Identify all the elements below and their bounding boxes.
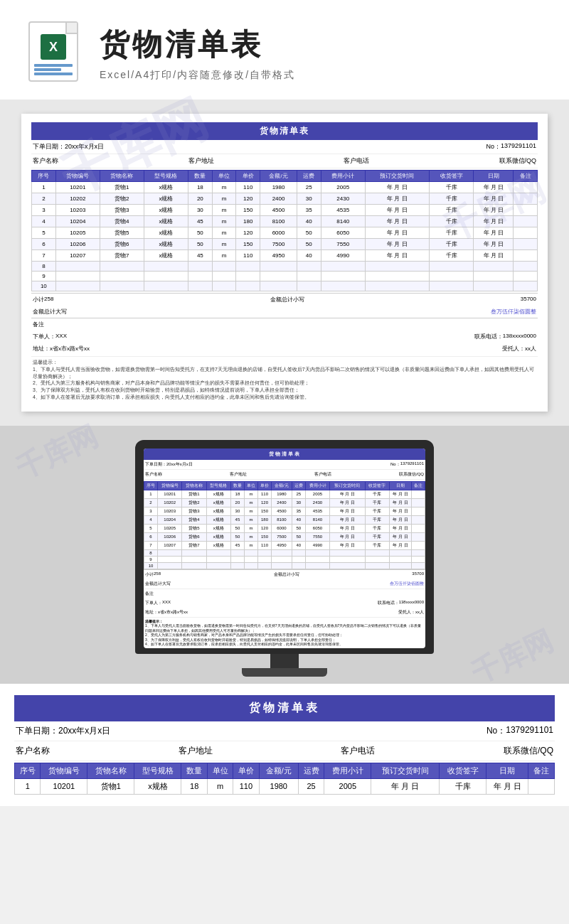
doc-notes-1: 温馨提示： 1、下单人与受托人需当面验收货物，如需退换货物需第一时间告知受托方，…	[31, 356, 538, 403]
table-cell	[365, 549, 389, 556]
table-cell: 年 月 日	[389, 541, 411, 549]
sign-sender-label: 下单人：	[33, 333, 55, 340]
sign-receiver-label: 受托人：	[502, 345, 525, 353]
table-cell: 8	[144, 549, 158, 556]
table-header: 费用小计	[324, 763, 371, 778]
table-cell: 1980	[272, 490, 292, 498]
table-header: 备注	[514, 171, 538, 182]
table-header: 货物名称	[87, 763, 134, 778]
bottom-no-label: No：	[486, 725, 506, 737]
table-cell	[144, 262, 188, 272]
table-cell: m	[212, 239, 236, 250]
table-cell: 1	[144, 490, 158, 498]
watermark4: 千库网	[465, 621, 559, 693]
sign-phone-value: 138xxxx0000	[503, 333, 536, 340]
table-cell: 年 月 日	[389, 507, 411, 515]
note-item: 4、如下单人在签署后无故要求取消订单，应承担相应损失，向受托人支付相应的违约金，…	[145, 642, 424, 647]
table-cell	[411, 515, 425, 524]
table-cell: 年 月 日	[486, 778, 528, 794]
table-cell	[411, 524, 425, 532]
table-cell: 8100	[260, 216, 297, 227]
table-cell: 50	[230, 524, 244, 532]
sub-title: Excel/A4打印/内容随意修改/自带格式	[100, 69, 541, 82]
table-cell: 110	[233, 778, 259, 794]
table-cell: 货物1	[100, 182, 144, 193]
bottom-customer-row: 客户名称 客户地址 客户电话 联系微信/QQ	[14, 741, 555, 761]
preview-section: 千库网 千库网 货物清单表 下单日期： 20xx年x月x日 No： 137929…	[0, 100, 569, 426]
table-cell: 千库	[365, 532, 389, 541]
contact-label: 联系微信/QQ	[499, 156, 537, 166]
table-cell	[330, 556, 366, 562]
table-cell: 110	[257, 490, 271, 498]
table-cell: 千库	[430, 216, 474, 227]
table-cell: 10203	[55, 205, 100, 216]
table-cell: 年 月 日	[330, 541, 366, 549]
table-row: 710207货物7x规格45m1104950404990年 月 日千库年 月 日	[32, 250, 538, 262]
table-cell	[474, 262, 514, 272]
table-cell	[389, 562, 411, 569]
table-cell: 150	[236, 205, 260, 216]
table-cell	[257, 556, 271, 562]
table-cell: 货物1	[182, 490, 206, 498]
table-cell: 30	[230, 507, 244, 515]
table-cell: 千库	[365, 541, 389, 549]
sign-phone-label: 联系电话：	[474, 333, 503, 340]
table-header: 数量	[188, 171, 212, 182]
doc-customer-row-1: 客户名称 客户地址 客户电话 联系微信/QQ	[31, 154, 538, 168]
table-cell: 50	[188, 227, 212, 239]
table-cell: m	[212, 250, 236, 262]
table-cell: 150	[257, 507, 271, 515]
table-header: 运费	[298, 763, 324, 778]
doc-header-1: 货物清单表	[31, 122, 538, 140]
table-cell: 千库	[365, 498, 389, 507]
monitor-footer: 小计 258 金额总计小写 35700	[144, 569, 425, 579]
table-cell: m	[212, 227, 236, 239]
table-cell: 年 月 日	[330, 498, 366, 507]
table-cell	[430, 272, 474, 281]
table-cell: m	[212, 182, 236, 193]
table-cell: 25	[292, 490, 305, 498]
table-header: 序号	[15, 763, 41, 778]
table-cell	[514, 193, 538, 205]
table-cell: 1	[32, 182, 56, 193]
table-cell	[411, 562, 425, 569]
table-cell: 2	[144, 498, 158, 507]
table-header: 运费	[292, 481, 305, 490]
table-cell: 7500	[272, 532, 292, 541]
table-cell: m	[244, 532, 257, 541]
table-header: 数量	[230, 481, 244, 490]
table-cell: 10203	[158, 507, 182, 515]
table-cell: 货物7	[100, 250, 144, 262]
monitor-info-row: 下单日期： 20xx年x月x日 No： 1379291101	[144, 460, 425, 470]
table-cell: 年 月 日	[371, 778, 440, 794]
table-cell: 18	[181, 778, 207, 794]
table-row: 210202货物2x规格20m1202400302430年 月 日千库年 月 日	[144, 498, 425, 507]
table-cell: 50	[292, 524, 305, 532]
table-row: 410204货物4x规格45m1808100408140年 月 日千库年 月 日	[32, 216, 538, 227]
doc-sign-row-1: 下单人： XXX 联系电话： 138xxxx0000	[31, 331, 538, 343]
table-cell: 年 月 日	[330, 532, 366, 541]
table-cell: 7550	[321, 239, 365, 250]
table-cell	[260, 272, 297, 281]
monitor-base	[242, 668, 327, 677]
table-header: 运费	[297, 171, 321, 182]
bottom-section: 货物清单表 下单日期： 20xx年x月x日 No： 1379291101 客户名…	[0, 684, 569, 806]
monitor-screen: 货物清单表 下单日期： 20xx年x月x日 No： 1379291101 客户名…	[144, 448, 425, 648]
table-cell: 千库	[365, 524, 389, 532]
amount-total-small-value: 35700	[521, 296, 536, 303]
table-cell: 25	[297, 182, 321, 193]
table-cell	[365, 262, 429, 272]
table-cell: 货物1	[87, 778, 134, 794]
table-cell: 1	[15, 778, 41, 794]
table-cell	[236, 281, 260, 291]
table-cell: 10205	[55, 227, 100, 239]
table-cell	[365, 272, 429, 281]
table-row: 210202货物2x规格20m1202400302430年 月 日千库年 月 日	[32, 193, 538, 205]
table-cell	[212, 272, 236, 281]
table-cell: 年 月 日	[365, 205, 429, 216]
table-cell	[230, 549, 244, 556]
subtotal-qty: 258	[44, 296, 53, 303]
table-cell: 1980	[260, 182, 297, 193]
table-row: 610206货物6x规格50m1507500507550年 月 日千库年 月 日	[32, 239, 538, 250]
table-cell	[236, 262, 260, 272]
